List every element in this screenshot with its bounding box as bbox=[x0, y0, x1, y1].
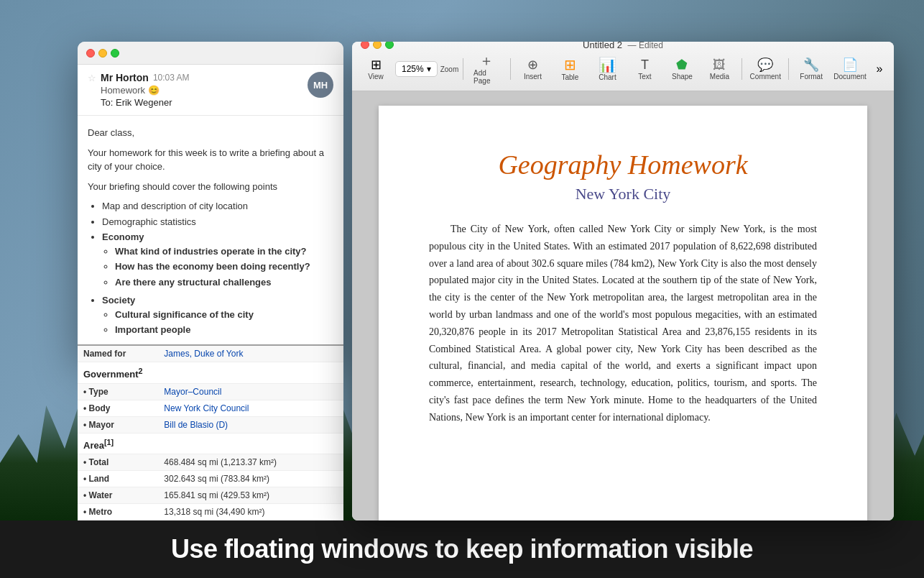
avatar: MH bbox=[308, 72, 333, 98]
toolbar-divider bbox=[510, 58, 511, 80]
table-cell-value: New York City Council bbox=[158, 400, 343, 416]
wiki-link[interactable]: James, Duke of York bbox=[164, 349, 243, 359]
mail-from-row: ☆ Mr Horton 10:03 AM bbox=[88, 72, 190, 83]
list-item: Map and description of city location bbox=[102, 199, 333, 214]
comment-icon: 💬 bbox=[757, 58, 773, 71]
more-button[interactable]: » bbox=[871, 60, 888, 78]
format-button[interactable]: 🔧 Format bbox=[793, 55, 829, 83]
pages-traffic-lights bbox=[361, 42, 394, 49]
zoom-arrow-icon: ▾ bbox=[427, 64, 431, 74]
list-item: Economy What kind of industries operate … bbox=[102, 230, 333, 289]
media-icon: 🖼 bbox=[713, 58, 726, 71]
view-button[interactable]: ⊞ View bbox=[358, 55, 394, 83]
list-item: What kind of industries operate in the c… bbox=[115, 244, 333, 259]
to-name: Erik Wegener bbox=[116, 97, 172, 108]
toolbar-divider bbox=[741, 58, 742, 80]
table-cell-label: • Mayor bbox=[78, 416, 158, 433]
table-cell-value: Mayor–Council bbox=[158, 383, 343, 400]
pages-maximize-button[interactable] bbox=[385, 42, 394, 49]
table-cell-label: • Type bbox=[78, 383, 158, 400]
mail-subject: Homework 😊 bbox=[88, 85, 190, 96]
table-row: Named for James, Duke of York bbox=[78, 346, 343, 362]
maximize-button[interactable] bbox=[111, 49, 119, 58]
table-row: • Mayor Bill de Blasio (D) bbox=[78, 416, 343, 433]
mail-body: Dear class, Your homework for this week … bbox=[78, 116, 343, 358]
list-item: How has the economy been doing recently? bbox=[115, 260, 333, 274]
document-label: Document bbox=[833, 73, 867, 81]
star-icon[interactable]: ☆ bbox=[88, 73, 96, 83]
sender-name: Mr Horton bbox=[101, 72, 149, 83]
table-row: Area[1] bbox=[78, 433, 343, 454]
table-cell-label: • Water bbox=[78, 487, 158, 504]
zoom-label: Zoom bbox=[440, 65, 459, 73]
table-icon: ⊞ bbox=[564, 58, 576, 72]
mail-to: To: Erik Wegener bbox=[88, 97, 190, 108]
pages-close-button[interactable] bbox=[361, 42, 369, 49]
document-button[interactable]: 📄 Document bbox=[831, 55, 869, 83]
caption-bar: Use floating windows to keep information… bbox=[0, 520, 924, 578]
document-icon: 📄 bbox=[842, 58, 858, 71]
toolbar-main: ⊞ View 125% ▾ Zoom ＋ Add Page ⊕ Insert bbox=[352, 47, 894, 91]
mail-title-bar bbox=[78, 42, 343, 65]
wiki-link[interactable]: Bill de Blasio (D) bbox=[164, 420, 228, 430]
table-cell-label: • Body bbox=[78, 400, 158, 416]
table-button[interactable]: ⊞ Table bbox=[552, 55, 588, 84]
insert-icon: ⊕ bbox=[527, 58, 538, 71]
economy-sublist: What kind of industries operate in the c… bbox=[115, 244, 333, 290]
shape-button[interactable]: ⬟ Shape bbox=[664, 55, 700, 83]
table-row: • Land 302.643 sq mi (783.84 km²) bbox=[78, 471, 343, 487]
text-label: Text bbox=[638, 73, 651, 81]
list-item: Cultural significance of the city bbox=[115, 308, 333, 322]
list-item: Important people bbox=[115, 323, 333, 337]
comment-button[interactable]: 💬 Comment bbox=[747, 55, 784, 83]
table-row: Government2 bbox=[78, 362, 343, 383]
window-title: Untitled 2 Edited bbox=[583, 42, 663, 50]
toolbar-divider bbox=[788, 58, 789, 80]
format-label: Format bbox=[800, 73, 823, 81]
text-button[interactable]: T Text bbox=[627, 55, 662, 83]
caption-text: Use floating windows to keep information… bbox=[171, 534, 753, 564]
view-icon: ⊞ bbox=[371, 58, 382, 71]
mail-traffic-lights bbox=[86, 49, 119, 58]
pages-window: Untitled 2 Edited ⊞ View 125% ▾ Zoom ＋ A… bbox=[352, 42, 894, 520]
toolbar-top: Untitled 2 Edited bbox=[352, 42, 894, 47]
table-row: • Total 468.484 sq mi (1,213.37 km²) bbox=[78, 454, 343, 471]
table-row: • Metro 13,318 sq mi (34,490 km²) bbox=[78, 504, 343, 520]
wiki-table: Named for James, Duke of York Government… bbox=[78, 346, 343, 520]
table-cell-label: • Total bbox=[78, 454, 158, 471]
insert-label: Insert bbox=[524, 73, 542, 81]
add-page-button[interactable]: ＋ Add Page bbox=[468, 50, 506, 88]
mail-window: ☆ Mr Horton 10:03 AM Homework 😊 To: Erik… bbox=[78, 42, 343, 358]
wiki-link[interactable]: Mayor–Council bbox=[164, 387, 221, 397]
table-cell-section: Area[1] bbox=[78, 433, 343, 454]
to-label: To: bbox=[101, 97, 113, 108]
chart-icon: 📊 bbox=[599, 58, 616, 72]
pages-minimize-button[interactable] bbox=[373, 42, 382, 49]
media-label: Media bbox=[710, 73, 729, 81]
close-button[interactable] bbox=[86, 49, 95, 58]
comment-label: Comment bbox=[750, 73, 781, 81]
document-title: Untitled 2 bbox=[583, 42, 622, 50]
table-row: • Body New York City Council bbox=[78, 400, 343, 416]
shape-icon: ⬟ bbox=[676, 58, 688, 71]
pages-content[interactable]: Geography Homework New York City The Cit… bbox=[352, 91, 894, 520]
table-cell-value: James, Duke of York bbox=[158, 346, 343, 362]
mail-para1: Your homework for this week is to write … bbox=[88, 146, 333, 174]
zoom-value: 125% bbox=[402, 64, 424, 74]
text-icon: T bbox=[641, 58, 649, 71]
table-cell-value: 13,318 sq mi (34,490 km²) bbox=[158, 504, 343, 520]
edited-label: Edited bbox=[628, 42, 663, 50]
mail-points-list: Map and description of city location Dem… bbox=[102, 199, 333, 337]
table-cell-section: Government2 bbox=[78, 362, 343, 383]
insert-button[interactable]: ⊕ Insert bbox=[514, 55, 550, 83]
pages-toolbar: Untitled 2 Edited ⊞ View 125% ▾ Zoom ＋ A… bbox=[352, 42, 894, 91]
mail-greeting: Dear class, bbox=[88, 126, 333, 140]
table-cell-label: • Metro bbox=[78, 504, 158, 520]
table-cell-label: Named for bbox=[78, 346, 158, 362]
table-cell-label: • Land bbox=[78, 471, 158, 487]
zoom-control[interactable]: 125% ▾ bbox=[395, 61, 438, 77]
wiki-link[interactable]: New York City Council bbox=[164, 403, 249, 413]
minimize-button[interactable] bbox=[98, 49, 107, 58]
media-button[interactable]: 🖼 Media bbox=[701, 55, 737, 83]
chart-button[interactable]: 📊 Chart bbox=[589, 55, 625, 84]
